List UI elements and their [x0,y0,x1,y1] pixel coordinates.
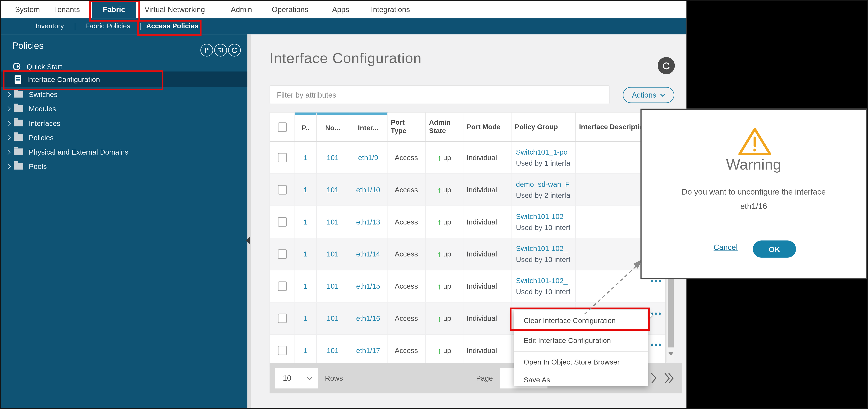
sidebar-item-physical-external-domains[interactable]: Physical and External Domains [1,145,247,159]
row-checkbox[interactable] [278,314,287,323]
column-header-interface[interactable]: Inter... [349,113,387,142]
profile-link[interactable]: 1 [295,142,317,173]
node-link[interactable]: 101 [317,206,349,238]
subnav-item-access-policies[interactable]: Access Policies [146,18,198,34]
nav-item-fabric[interactable]: Fabric [92,1,136,18]
profile-link[interactable]: 1 [295,206,317,238]
policy-group-link[interactable]: Switch101-102_ [516,243,567,254]
up-arrow-icon: ↑ [437,217,441,227]
cancel-button[interactable]: Cancel [714,243,738,252]
subnav-item-inventory[interactable]: Inventory [35,18,64,34]
policy-group-link[interactable]: Switch101-102_ [516,275,567,286]
port-type-value: Access [388,206,426,238]
policy-group-link[interactable]: demo_sd-wan_F [516,179,569,190]
profile-link[interactable]: 1 [295,238,317,270]
menu-item-open-in-object-store-browser[interactable]: Open In Object Store Browser [514,353,648,371]
annotation-arrow [576,252,648,321]
sidebar-collapse-handle[interactable] [246,237,250,244]
row-checkbox[interactable] [278,217,287,227]
rows-per-page-select[interactable]: 10 [275,368,318,388]
last-page-icon[interactable] [664,372,674,384]
policy-group-link[interactable]: Switch101-102_ [516,211,567,222]
interface-link[interactable]: eth1/16 [349,302,387,334]
profile-link[interactable]: 1 [295,302,317,334]
node-link[interactable]: 101 [317,238,349,270]
row-actions-ellipsis-icon[interactable] [651,344,661,346]
interface-link[interactable]: eth1/10 [349,174,387,206]
profile-link[interactable]: 1 [295,270,317,302]
profile-link[interactable]: 1 [295,174,317,206]
row-checkbox[interactable] [278,185,287,195]
sidebar: Policies Quick Start Interface Configura… [1,34,247,408]
policy-group-usage: Used by 1 interfa [516,158,570,169]
node-link[interactable]: 101 [317,334,349,366]
port-mode-value: Individual [463,302,512,334]
row-actions-ellipsis-icon[interactable] [651,280,661,282]
sidebar-item-label: Pools [29,162,47,171]
nav-item-tenants[interactable]: Tenants [54,1,80,18]
pin-panel-icon[interactable] [200,44,213,57]
chevron-right-icon[interactable] [5,164,11,169]
up-arrow-icon: ↑ [437,282,441,291]
interface-link[interactable]: eth1/15 [349,270,387,302]
menu-item-save-as[interactable]: Save As [514,371,648,388]
chevron-down-icon [660,93,665,97]
interface-link[interactable]: eth1/9 [349,142,387,173]
nav-item-system[interactable]: System [15,1,40,18]
sidebar-item-switches[interactable]: Switches [1,87,247,101]
chevron-right-icon[interactable] [5,149,11,154]
chevron-right-icon[interactable] [5,106,11,111]
menu-item-edit-interface-configuration[interactable]: Edit Interface Configuration [514,330,648,350]
interface-link[interactable]: eth1/14 [349,238,387,270]
ok-button[interactable]: OK [753,240,796,258]
policy-group-link[interactable]: Switch101_1-po [516,147,567,158]
row-checkbox[interactable] [278,153,287,163]
dialog-message-line1: Do you want to unconfigure the interface [642,184,866,199]
sidebar-item-policies[interactable]: Policies [1,130,247,145]
sidebar-item-interfaces[interactable]: Interfaces [1,116,247,130]
refresh-button[interactable] [658,57,675,74]
sidebar-item-label: Physical and External Domains [29,148,128,156]
column-header-policy-group[interactable]: Policy Group [512,113,576,142]
row-checkbox[interactable] [278,282,287,291]
subnav-item-fabric-policies[interactable]: Fabric Policies [85,18,130,34]
node-link[interactable]: 101 [317,302,349,334]
nav-item-integrations[interactable]: Integrations [371,1,410,18]
column-header-profile[interactable]: P.. [295,113,317,142]
node-link[interactable]: 101 [317,174,349,206]
admin-state-value: up [443,282,451,291]
node-link[interactable]: 101 [317,270,349,302]
column-header-port-type[interactable]: Port Type [388,113,426,142]
actions-button[interactable]: Actions [623,87,674,103]
chevron-right-icon[interactable] [5,120,11,126]
interface-link[interactable]: eth1/13 [349,206,387,238]
port-type-value: Access [388,238,426,270]
profile-link[interactable]: 1 [295,334,317,366]
interface-link[interactable]: eth1/17 [349,334,387,366]
column-header-port-mode[interactable]: Port Mode [463,113,512,142]
nav-item-apps[interactable]: Apps [332,1,349,18]
row-checkbox[interactable] [278,249,287,259]
refresh-tree-icon[interactable] [228,44,241,57]
nav-item-operations[interactable]: Operations [272,1,308,18]
select-all-checkbox[interactable] [278,122,287,132]
collapse-tree-icon[interactable] [214,44,227,57]
node-link[interactable]: 101 [317,142,349,173]
port-mode-value: Individual [463,142,512,173]
chevron-right-icon[interactable] [5,135,11,140]
row-checkbox[interactable] [278,346,287,355]
port-type-value: Access [388,142,426,173]
filter-input[interactable] [270,85,610,104]
nav-item-admin[interactable]: Admin [231,1,252,18]
next-page-icon[interactable] [650,372,657,384]
column-header-admin-state[interactable]: Admin State [426,113,463,142]
sidebar-item-interface-configuration[interactable]: Interface Configuration [1,71,247,87]
nav-item-virtual-networking[interactable]: Virtual Networking [145,1,205,18]
folder-icon [14,120,23,126]
sidebar-item-modules[interactable]: Modules [1,101,247,116]
sidebar-item-pools[interactable]: Pools [1,159,247,173]
scrollbar-down-arrow-icon[interactable] [668,352,674,356]
chevron-right-icon[interactable] [5,91,11,97]
column-header-node[interactable]: No... [317,113,349,142]
up-arrow-icon: ↑ [437,249,441,259]
